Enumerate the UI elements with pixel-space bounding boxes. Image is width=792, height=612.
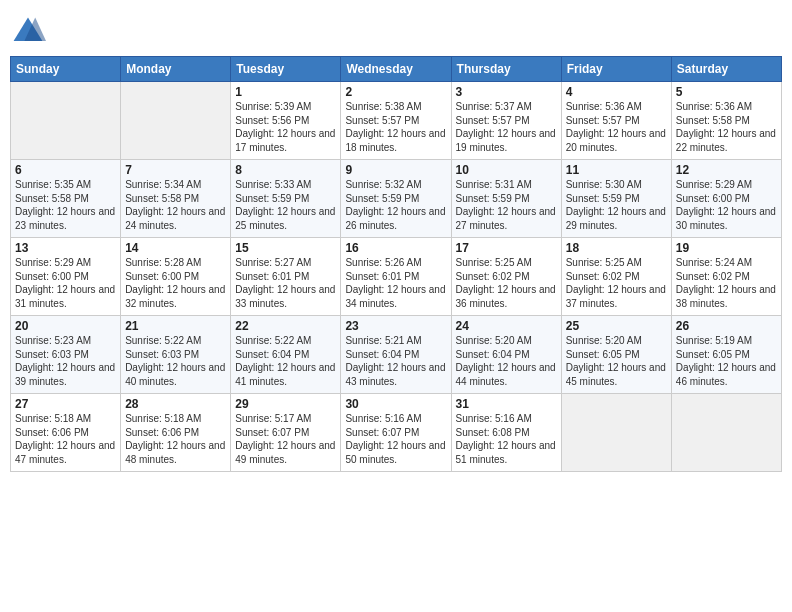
day-info: Sunrise: 5:16 AM Sunset: 6:08 PM Dayligh… <box>456 412 557 466</box>
day-number: 18 <box>566 241 667 255</box>
calendar-cell: 27Sunrise: 5:18 AM Sunset: 6:06 PM Dayli… <box>11 394 121 472</box>
day-info: Sunrise: 5:28 AM Sunset: 6:00 PM Dayligh… <box>125 256 226 310</box>
day-info: Sunrise: 5:20 AM Sunset: 6:05 PM Dayligh… <box>566 334 667 388</box>
day-number: 23 <box>345 319 446 333</box>
day-number: 22 <box>235 319 336 333</box>
logo-icon <box>10 14 46 50</box>
day-number: 5 <box>676 85 777 99</box>
calendar-cell: 26Sunrise: 5:19 AM Sunset: 6:05 PM Dayli… <box>671 316 781 394</box>
calendar-header-row: SundayMondayTuesdayWednesdayThursdayFrid… <box>11 57 782 82</box>
day-info: Sunrise: 5:22 AM Sunset: 6:04 PM Dayligh… <box>235 334 336 388</box>
day-number: 14 <box>125 241 226 255</box>
day-info: Sunrise: 5:36 AM Sunset: 5:57 PM Dayligh… <box>566 100 667 154</box>
day-number: 21 <box>125 319 226 333</box>
day-number: 11 <box>566 163 667 177</box>
calendar-cell: 3Sunrise: 5:37 AM Sunset: 5:57 PM Daylig… <box>451 82 561 160</box>
day-number: 28 <box>125 397 226 411</box>
day-number: 8 <box>235 163 336 177</box>
day-info: Sunrise: 5:36 AM Sunset: 5:58 PM Dayligh… <box>676 100 777 154</box>
day-info: Sunrise: 5:25 AM Sunset: 6:02 PM Dayligh… <box>456 256 557 310</box>
calendar-week-row: 13Sunrise: 5:29 AM Sunset: 6:00 PM Dayli… <box>11 238 782 316</box>
day-number: 29 <box>235 397 336 411</box>
day-number: 19 <box>676 241 777 255</box>
day-info: Sunrise: 5:33 AM Sunset: 5:59 PM Dayligh… <box>235 178 336 232</box>
day-info: Sunrise: 5:38 AM Sunset: 5:57 PM Dayligh… <box>345 100 446 154</box>
calendar-cell: 23Sunrise: 5:21 AM Sunset: 6:04 PM Dayli… <box>341 316 451 394</box>
day-info: Sunrise: 5:16 AM Sunset: 6:07 PM Dayligh… <box>345 412 446 466</box>
day-info: Sunrise: 5:20 AM Sunset: 6:04 PM Dayligh… <box>456 334 557 388</box>
day-number: 25 <box>566 319 667 333</box>
day-info: Sunrise: 5:29 AM Sunset: 6:00 PM Dayligh… <box>676 178 777 232</box>
calendar-week-row: 1Sunrise: 5:39 AM Sunset: 5:56 PM Daylig… <box>11 82 782 160</box>
day-info: Sunrise: 5:34 AM Sunset: 5:58 PM Dayligh… <box>125 178 226 232</box>
day-number: 1 <box>235 85 336 99</box>
day-number: 10 <box>456 163 557 177</box>
calendar-cell: 10Sunrise: 5:31 AM Sunset: 5:59 PM Dayli… <box>451 160 561 238</box>
calendar-cell: 4Sunrise: 5:36 AM Sunset: 5:57 PM Daylig… <box>561 82 671 160</box>
day-number: 26 <box>676 319 777 333</box>
calendar-cell: 31Sunrise: 5:16 AM Sunset: 6:08 PM Dayli… <box>451 394 561 472</box>
day-info: Sunrise: 5:29 AM Sunset: 6:00 PM Dayligh… <box>15 256 116 310</box>
calendar-cell: 5Sunrise: 5:36 AM Sunset: 5:58 PM Daylig… <box>671 82 781 160</box>
calendar-week-row: 6Sunrise: 5:35 AM Sunset: 5:58 PM Daylig… <box>11 160 782 238</box>
column-header-saturday: Saturday <box>671 57 781 82</box>
calendar-cell: 15Sunrise: 5:27 AM Sunset: 6:01 PM Dayli… <box>231 238 341 316</box>
day-number: 27 <box>15 397 116 411</box>
day-number: 4 <box>566 85 667 99</box>
day-info: Sunrise: 5:22 AM Sunset: 6:03 PM Dayligh… <box>125 334 226 388</box>
day-number: 30 <box>345 397 446 411</box>
calendar-cell: 24Sunrise: 5:20 AM Sunset: 6:04 PM Dayli… <box>451 316 561 394</box>
calendar-cell: 2Sunrise: 5:38 AM Sunset: 5:57 PM Daylig… <box>341 82 451 160</box>
day-number: 31 <box>456 397 557 411</box>
day-number: 3 <box>456 85 557 99</box>
day-info: Sunrise: 5:21 AM Sunset: 6:04 PM Dayligh… <box>345 334 446 388</box>
day-info: Sunrise: 5:17 AM Sunset: 6:07 PM Dayligh… <box>235 412 336 466</box>
day-info: Sunrise: 5:19 AM Sunset: 6:05 PM Dayligh… <box>676 334 777 388</box>
calendar-cell: 29Sunrise: 5:17 AM Sunset: 6:07 PM Dayli… <box>231 394 341 472</box>
day-info: Sunrise: 5:18 AM Sunset: 6:06 PM Dayligh… <box>15 412 116 466</box>
day-number: 24 <box>456 319 557 333</box>
day-number: 17 <box>456 241 557 255</box>
calendar-cell: 6Sunrise: 5:35 AM Sunset: 5:58 PM Daylig… <box>11 160 121 238</box>
day-number: 2 <box>345 85 446 99</box>
calendar-cell: 14Sunrise: 5:28 AM Sunset: 6:00 PM Dayli… <box>121 238 231 316</box>
day-number: 20 <box>15 319 116 333</box>
calendar-cell: 12Sunrise: 5:29 AM Sunset: 6:00 PM Dayli… <box>671 160 781 238</box>
calendar-week-row: 27Sunrise: 5:18 AM Sunset: 6:06 PM Dayli… <box>11 394 782 472</box>
day-info: Sunrise: 5:24 AM Sunset: 6:02 PM Dayligh… <box>676 256 777 310</box>
calendar-cell: 7Sunrise: 5:34 AM Sunset: 5:58 PM Daylig… <box>121 160 231 238</box>
day-info: Sunrise: 5:27 AM Sunset: 6:01 PM Dayligh… <box>235 256 336 310</box>
calendar-cell: 22Sunrise: 5:22 AM Sunset: 6:04 PM Dayli… <box>231 316 341 394</box>
column-header-monday: Monday <box>121 57 231 82</box>
day-info: Sunrise: 5:31 AM Sunset: 5:59 PM Dayligh… <box>456 178 557 232</box>
calendar-cell: 9Sunrise: 5:32 AM Sunset: 5:59 PM Daylig… <box>341 160 451 238</box>
calendar-cell <box>11 82 121 160</box>
day-info: Sunrise: 5:32 AM Sunset: 5:59 PM Dayligh… <box>345 178 446 232</box>
day-info: Sunrise: 5:30 AM Sunset: 5:59 PM Dayligh… <box>566 178 667 232</box>
column-header-friday: Friday <box>561 57 671 82</box>
calendar-cell: 28Sunrise: 5:18 AM Sunset: 6:06 PM Dayli… <box>121 394 231 472</box>
day-info: Sunrise: 5:23 AM Sunset: 6:03 PM Dayligh… <box>15 334 116 388</box>
day-info: Sunrise: 5:26 AM Sunset: 6:01 PM Dayligh… <box>345 256 446 310</box>
day-number: 9 <box>345 163 446 177</box>
calendar-cell: 19Sunrise: 5:24 AM Sunset: 6:02 PM Dayli… <box>671 238 781 316</box>
calendar: SundayMondayTuesdayWednesdayThursdayFrid… <box>10 56 782 472</box>
calendar-cell: 25Sunrise: 5:20 AM Sunset: 6:05 PM Dayli… <box>561 316 671 394</box>
day-info: Sunrise: 5:18 AM Sunset: 6:06 PM Dayligh… <box>125 412 226 466</box>
calendar-cell: 1Sunrise: 5:39 AM Sunset: 5:56 PM Daylig… <box>231 82 341 160</box>
calendar-cell: 18Sunrise: 5:25 AM Sunset: 6:02 PM Dayli… <box>561 238 671 316</box>
day-info: Sunrise: 5:35 AM Sunset: 5:58 PM Dayligh… <box>15 178 116 232</box>
calendar-cell: 16Sunrise: 5:26 AM Sunset: 6:01 PM Dayli… <box>341 238 451 316</box>
day-number: 13 <box>15 241 116 255</box>
day-number: 12 <box>676 163 777 177</box>
calendar-cell: 13Sunrise: 5:29 AM Sunset: 6:00 PM Dayli… <box>11 238 121 316</box>
calendar-cell: 20Sunrise: 5:23 AM Sunset: 6:03 PM Dayli… <box>11 316 121 394</box>
calendar-cell <box>121 82 231 160</box>
calendar-cell <box>671 394 781 472</box>
logo <box>10 14 50 50</box>
day-number: 6 <box>15 163 116 177</box>
day-number: 15 <box>235 241 336 255</box>
calendar-week-row: 20Sunrise: 5:23 AM Sunset: 6:03 PM Dayli… <box>11 316 782 394</box>
calendar-cell: 8Sunrise: 5:33 AM Sunset: 5:59 PM Daylig… <box>231 160 341 238</box>
column-header-tuesday: Tuesday <box>231 57 341 82</box>
